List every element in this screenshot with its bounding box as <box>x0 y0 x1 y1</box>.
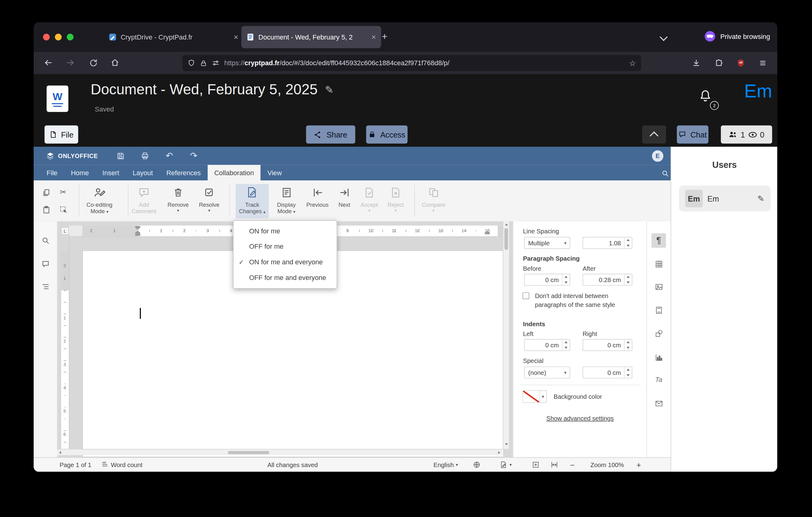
new-tab-button[interactable]: + <box>381 31 387 42</box>
fit-page-button[interactable] <box>532 458 540 472</box>
undo-icon[interactable]: ↶ <box>162 147 177 165</box>
page-indicator[interactable]: Page 1 of 1 <box>60 458 91 472</box>
dropdown-item-off-for-everyone[interactable]: OFF for me and everyone <box>233 270 337 286</box>
file-menu-button[interactable]: File <box>45 126 78 144</box>
advanced-settings-link[interactable]: Show advanced settings <box>513 415 647 422</box>
save-icon[interactable] <box>113 147 128 165</box>
tab-stop-selector[interactable]: L <box>61 227 69 235</box>
permissions-icon[interactable] <box>212 59 220 67</box>
previous-change-button[interactable]: Previous <box>302 184 333 218</box>
zoom-level[interactable]: Zoom 100% <box>585 458 629 472</box>
minimize-window-button[interactable] <box>55 34 61 40</box>
table-settings-icon[interactable] <box>651 257 666 271</box>
user-list-item[interactable]: Em Em ✎ <box>679 186 771 212</box>
navigation-icon[interactable] <box>40 281 51 292</box>
extensions-button[interactable] <box>710 55 728 71</box>
edit-name-pencil-icon[interactable]: ✎ <box>757 194 764 203</box>
coediting-mode-button[interactable]: Co-editing Mode ▾ <box>84 184 115 218</box>
lock-icon[interactable] <box>200 59 207 67</box>
scroll-down-arrow[interactable] <box>505 443 508 445</box>
dropdown-item-on-for-me[interactable]: ON for me <box>233 224 337 239</box>
zoom-out-button[interactable]: − <box>570 458 575 472</box>
tab-cryptdrive[interactable]: CryptDrive - CryptPad.fr × <box>104 26 243 48</box>
compare-button[interactable]: Compare ▾ <box>418 184 449 218</box>
cut-icon[interactable]: ✂ <box>58 187 69 198</box>
home-button[interactable] <box>106 55 124 71</box>
header-footer-settings-icon[interactable] <box>651 303 666 317</box>
document-title[interactable]: Document - Wed, February 5, 2025 <box>91 81 318 98</box>
no-interval-checkbox[interactable] <box>523 293 529 299</box>
line-spacing-amount-spinner[interactable]: 1.08 <box>583 237 632 249</box>
spellcheck-globe-icon[interactable] <box>473 458 480 472</box>
zoom-in-button[interactable]: + <box>636 458 641 472</box>
tab-list-chevron-icon[interactable] <box>660 33 668 41</box>
left-indent-marker[interactable] <box>135 234 140 236</box>
find-icon[interactable] <box>40 235 51 246</box>
text-art-settings-icon[interactable]: Ta <box>651 372 666 386</box>
url-bar[interactable]: https://cryptpad.fr/doc/#/3/doc/edit/ff0… <box>182 55 641 71</box>
back-button[interactable] <box>39 55 57 71</box>
dropdown-item-off-for-me[interactable]: OFF for me <box>233 239 337 254</box>
spacing-before-spinner[interactable]: 0 cm <box>524 274 570 286</box>
zoom-window-button[interactable] <box>67 34 74 40</box>
track-changes-status-button[interactable]: ▾ <box>500 458 512 472</box>
line-spacing-select[interactable]: Multiple ▾ <box>524 237 570 249</box>
forward-button[interactable] <box>61 55 79 71</box>
add-comment-button[interactable]: Add Comment <box>128 184 160 218</box>
scroll-up-arrow[interactable] <box>505 224 508 226</box>
dropdown-item-on-for-everyone[interactable]: ✓ ON for me and everyone <box>233 254 337 270</box>
select-all-icon[interactable] <box>58 204 69 215</box>
share-button[interactable]: Share <box>306 126 355 144</box>
spacing-after-spinner[interactable]: 0.28 cm <box>583 274 632 286</box>
word-count-button[interactable]: 123 Word count <box>101 458 143 472</box>
fit-width-button[interactable] <box>550 458 558 472</box>
mail-merge-settings-icon[interactable] <box>651 396 666 410</box>
menu-file[interactable]: File <box>40 165 64 181</box>
redo-icon[interactable]: ↷ <box>186 147 202 165</box>
tracking-shield-icon[interactable] <box>187 59 195 67</box>
close-window-button[interactable] <box>43 34 50 40</box>
indent-right-spinner[interactable]: 0 cm <box>583 339 632 351</box>
access-button[interactable]: Access <box>366 126 408 144</box>
comments-icon[interactable] <box>40 258 51 270</box>
horizontal-scrollbar[interactable] <box>57 449 503 455</box>
vertical-scroll-thumb[interactable] <box>504 228 508 250</box>
horizontal-scroll-thumb[interactable] <box>228 451 269 454</box>
chart-settings-icon[interactable] <box>651 350 666 364</box>
indent-left-spinner[interactable]: 0 cm <box>524 339 570 351</box>
menu-layout[interactable]: Layout <box>126 165 160 181</box>
print-icon[interactable] <box>137 147 153 165</box>
ublock-button[interactable]: uB <box>732 55 750 71</box>
paragraph-settings-icon[interactable]: ¶ <box>651 234 666 248</box>
reload-button[interactable] <box>84 55 102 71</box>
remove-comment-button[interactable]: Remove ▾ <box>163 184 194 218</box>
office-account-avatar[interactable]: E <box>652 151 663 162</box>
collapse-toolbar-button[interactable] <box>642 126 666 144</box>
language-selector[interactable]: English ▾ <box>434 458 458 472</box>
scroll-right-arrow[interactable] <box>498 451 500 454</box>
bookmark-star-icon[interactable]: ☆ <box>629 58 636 67</box>
user-counts-button[interactable]: 1 0 <box>721 126 772 144</box>
search-icon[interactable] <box>659 167 671 179</box>
close-tab-icon[interactable]: × <box>371 33 376 42</box>
copy-icon[interactable] <box>40 187 52 198</box>
chat-button[interactable]: Chat <box>677 126 708 144</box>
menu-collaboration[interactable]: Collaboration <box>207 165 261 181</box>
menu-home[interactable]: Home <box>64 165 96 181</box>
scroll-left-arrow[interactable] <box>59 451 61 454</box>
paste-icon[interactable] <box>40 204 52 215</box>
image-settings-icon[interactable] <box>651 279 666 294</box>
menu-references[interactable]: References <box>160 165 208 181</box>
display-mode-button[interactable]: Display Mode ▾ <box>271 184 302 218</box>
tab-document[interactable]: Document - Wed, February 5, 2 × <box>241 26 381 48</box>
vertical-scrollbar[interactable] <box>503 221 509 449</box>
reject-change-button[interactable]: Reject ▾ <box>380 184 411 218</box>
menu-insert[interactable]: Insert <box>96 165 126 181</box>
rename-pencil-icon[interactable]: ✎ <box>325 84 334 96</box>
resolve-button[interactable]: Resolve ▾ <box>194 184 225 218</box>
downloads-button[interactable] <box>687 55 705 71</box>
special-amount-spinner[interactable]: 0 cm <box>583 366 632 379</box>
account-avatar[interactable]: Em <box>722 80 772 102</box>
shape-settings-icon[interactable] <box>651 326 666 341</box>
close-tab-icon[interactable]: × <box>234 33 238 42</box>
